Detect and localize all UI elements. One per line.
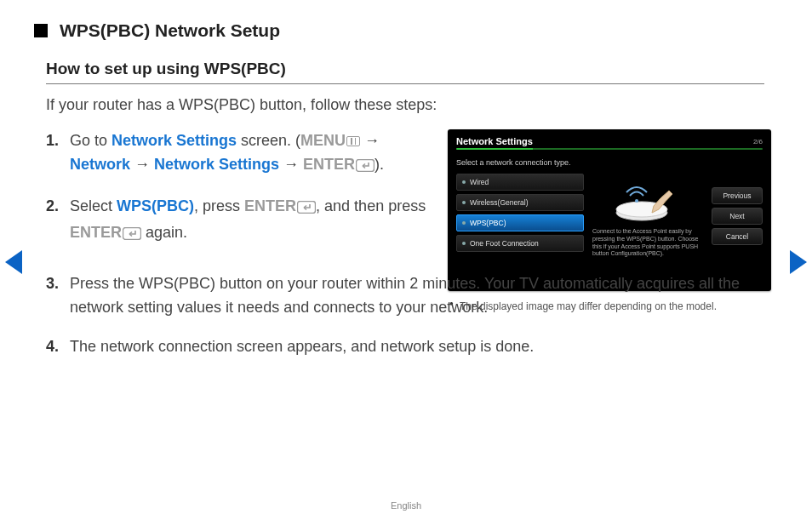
arrow-2: → — [130, 156, 154, 173]
tv-title-row: Network Settings 2/6 — [456, 136, 763, 146]
intro-text: If your router has a WPS(PBC) button, fo… — [46, 96, 771, 114]
step-3-text: Press the WPS(PBC) button on your router… — [70, 275, 740, 316]
router-icon — [609, 175, 686, 225]
kw-menu: MENU — [300, 132, 346, 149]
arrow-1: → — [360, 132, 380, 149]
tv-options: Wired Wireless(General) WPS(PBC) One Foo… — [456, 174, 584, 258]
tv-illustration: Connect to the Access Point easily by pr… — [591, 174, 705, 258]
tv-btn-next[interactable]: Next — [712, 208, 763, 225]
enter-icon — [356, 156, 375, 180]
step-1-b: screen. ( — [237, 132, 300, 149]
steps-list-cont: Press the WPS(PBC) button on your router… — [46, 272, 775, 359]
kw-network: Network — [70, 156, 130, 173]
tv-opt-wpspbc[interactable]: WPS(PBC) — [456, 214, 584, 231]
square-bullet-icon — [34, 24, 48, 37]
tv-desc: Connect to the Access Point easily by pr… — [591, 228, 705, 258]
step-4: The network connection screen appears, a… — [46, 335, 775, 359]
kw-network-settings: Network Settings — [112, 132, 237, 149]
enter-icon-2 — [297, 197, 316, 221]
tv-opt-label: Wired — [470, 178, 489, 186]
step-1-a: Go to — [70, 132, 112, 149]
tv-buttons: Previous Next Cancel — [712, 174, 763, 258]
bullet-icon — [462, 242, 466, 245]
tv-btn-previous[interactable]: Previous — [712, 187, 763, 204]
heading-text: WPS(PBC) Network Setup — [60, 20, 280, 41]
page-heading: WPS(PBC) Network Setup — [34, 20, 771, 41]
kw-enter-2: ENTER — [244, 197, 296, 214]
menu-icon — [346, 136, 360, 146]
bullet-icon — [462, 180, 466, 184]
footer-language: English — [0, 500, 812, 511]
arrow-3: → — [279, 156, 303, 173]
tv-title: Network Settings — [456, 136, 533, 146]
tv-opt-onefoot[interactable]: One Foot Connection — [456, 235, 584, 252]
kw-enter-1: ENTER — [303, 156, 355, 173]
bullet-icon — [462, 221, 466, 225]
step-1-c: ). — [375, 156, 384, 173]
tv-opt-wireless[interactable]: Wireless(General) — [456, 194, 584, 211]
tv-page: 2/6 — [753, 138, 763, 146]
steps-list: Go to Network Settings screen. (MENU → N… — [46, 129, 429, 248]
kw-network-settings-2: Network Settings — [154, 156, 279, 173]
tv-opt-label: Wireless(General) — [470, 198, 529, 207]
tv-subtitle: Select a network connection type. — [456, 158, 763, 167]
page-next[interactable] — [790, 250, 807, 274]
page-prev[interactable] — [5, 250, 22, 274]
bullet-icon — [462, 201, 466, 204]
enter-icon-3 — [123, 224, 141, 248]
svg-point-5 — [635, 199, 638, 203]
step-2: Select WPS(PBC), press ENTER, and then p… — [46, 195, 429, 248]
step-1: Go to Network Settings screen. (MENU → N… — [46, 129, 429, 180]
tv-opt-label: WPS(PBC) — [470, 219, 506, 227]
tv-opt-wired[interactable]: Wired — [456, 174, 584, 191]
step-4-text: The network connection screen appears, a… — [70, 338, 534, 355]
step-2-d: again. — [141, 224, 187, 241]
tv-opt-label: One Foot Connection — [470, 239, 539, 248]
tv-btn-cancel[interactable]: Cancel — [712, 228, 763, 245]
kw-wpspbc: WPS(PBC) — [117, 197, 194, 214]
step-2-b: , press — [194, 197, 244, 214]
tv-screen: Network Settings 2/6 Select a network co… — [448, 129, 771, 291]
subheading: How to set up using WPS(PBC) — [46, 60, 764, 84]
step-3: Press the WPS(PBC) button on your router… — [46, 272, 775, 320]
tv-body: Wired Wireless(General) WPS(PBC) One Foo… — [456, 174, 763, 258]
tv-progress-bar — [456, 148, 763, 150]
kw-enter-3: ENTER — [70, 224, 122, 241]
step-2-a: Select — [70, 197, 117, 214]
step-2-c: , and then press — [316, 197, 426, 214]
